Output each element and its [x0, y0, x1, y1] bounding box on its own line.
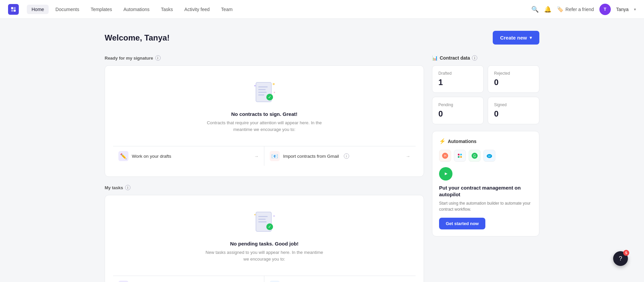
svg-rect-26 — [458, 156, 460, 158]
salesforce-icon: SF — [483, 150, 495, 162]
svg-rect-3 — [14, 9, 16, 11]
nav-home[interactable]: Home — [27, 5, 49, 14]
nav-right: 🔍 🔔 🏷️ Refer a friend T Tanya ▾ — [531, 4, 636, 15]
svg-text:SF: SF — [488, 155, 491, 157]
contract-data-section: 📊 Contract data i Drafted 1 Rejected 0 P… — [432, 55, 539, 124]
bar-chart-icon: 📊 — [432, 55, 438, 61]
user-name[interactable]: Tanya — [616, 7, 629, 12]
left-column: Ready for my signature i — [105, 55, 424, 282]
nav-documents[interactable]: Documents — [51, 5, 84, 14]
signed-label: Signed — [494, 102, 533, 107]
search-button[interactable]: 🔍 — [531, 6, 539, 13]
svg-rect-16 — [258, 219, 266, 220]
tasks-empty-title: No pending tasks. Good job! — [230, 241, 299, 246]
logo[interactable] — [8, 4, 19, 15]
contract-data-title: Contract data — [440, 55, 470, 61]
help-button[interactable]: ? 5 — [613, 251, 628, 266]
svg-rect-5 — [258, 86, 268, 87]
tasks-illustration: ✓ — [251, 209, 278, 235]
notification-badge: 5 — [623, 250, 629, 256]
create-new-label: Create new — [500, 35, 527, 41]
avatar[interactable]: T — [599, 4, 611, 15]
svg-rect-8 — [258, 94, 264, 95]
autopilot-section: Put your contract management on autopilo… — [439, 167, 532, 229]
hubspot-icon: H — [439, 150, 451, 162]
rejected-value: 0 — [494, 78, 533, 87]
rejected-label: Rejected — [494, 71, 533, 76]
signature-info-icon[interactable]: i — [155, 55, 161, 61]
svg-rect-1 — [14, 7, 16, 9]
create-draft-action[interactable]: 📄 Create a new draft → — [113, 276, 264, 282]
other-integration-icon: G — [469, 150, 481, 162]
tasks-label-text: My tasks — [105, 185, 123, 190]
drafted-value: 1 — [438, 78, 477, 87]
review-tasks-icon: 📋 — [270, 281, 280, 282]
import-gmail-action[interactable]: 📧 Import contracts from Gmail i → — [264, 146, 416, 166]
tasks-section: My tasks i ✓ — [105, 185, 424, 282]
pending-label: Pending — [438, 102, 477, 107]
svg-text:G: G — [473, 154, 476, 158]
autopilot-desc: Start using the automation builder to au… — [439, 200, 532, 212]
svg-rect-27 — [460, 156, 462, 158]
create-new-chevron-icon: ▾ — [530, 35, 532, 40]
lightning-icon: ⚡ — [439, 138, 446, 144]
nav-activity[interactable]: Activity feed — [180, 5, 214, 14]
pending-tile[interactable]: Pending 0 — [432, 97, 484, 124]
page-header: Welcome, Tanya! Create new ▾ — [105, 31, 539, 45]
get-started-button[interactable]: Get started now — [439, 218, 485, 229]
signature-illustration: ✓ — [251, 79, 278, 106]
svg-rect-25 — [460, 154, 462, 155]
rejected-tile[interactable]: Rejected 0 — [488, 65, 539, 93]
svg-point-20 — [254, 214, 256, 215]
signed-tile[interactable]: Signed 0 — [488, 97, 539, 124]
signature-empty-title: No contracts to sign. Great! — [231, 111, 298, 117]
work-on-drafts-action[interactable]: ✏️ Work on your drafts → — [113, 146, 264, 166]
notifications-button[interactable]: 🔔 — [544, 6, 551, 13]
contract-data-header: 📊 Contract data i — [432, 55, 539, 61]
create-new-button[interactable]: Create new ▾ — [493, 31, 539, 45]
signature-section: Ready for my signature i — [105, 55, 424, 177]
svg-rect-2 — [11, 9, 13, 11]
signature-empty-subtitle: Contracts that require your attention wi… — [204, 120, 325, 133]
tasks-quick-actions: 📄 Create a new draft → 📋 Review tasks ma… — [113, 276, 416, 282]
right-column: 📊 Contract data i Drafted 1 Rejected 0 P… — [432, 55, 539, 282]
nav-links: Home Documents Templates Automations Tas… — [27, 5, 531, 14]
drafted-tile[interactable]: Drafted 1 — [432, 65, 484, 93]
tasks-info-icon[interactable]: i — [125, 185, 130, 190]
gmail-action-label: Import contracts from Gmail — [283, 154, 339, 159]
gmail-info-icon[interactable]: i — [344, 153, 349, 159]
user-menu-chevron[interactable]: ▾ — [634, 7, 636, 12]
svg-point-13 — [274, 92, 275, 93]
gmail-arrow-icon: → — [406, 154, 411, 159]
svg-point-11 — [254, 85, 256, 86]
welcome-title: Welcome, Tanya! — [105, 33, 170, 43]
contract-data-info-icon[interactable]: i — [472, 55, 477, 61]
signature-quick-actions: ✏️ Work on your drafts → 📧 Import contra… — [113, 146, 416, 166]
gift-icon: 🏷️ — [557, 6, 564, 12]
new-draft-icon: 📄 — [118, 281, 128, 282]
integration-icons: H G — [439, 150, 532, 162]
tasks-empty-state: ✓ No pending tasks. Good job! New tasks … — [113, 206, 416, 269]
drafts-icon: ✏️ — [118, 151, 128, 161]
refer-friend-button[interactable]: 🏷️ Refer a friend — [557, 6, 594, 12]
automations-header: ⚡ Automations — [439, 138, 532, 144]
nav-team[interactable]: Team — [216, 5, 237, 14]
autopilot-title: Put your contract management on autopilo… — [439, 185, 532, 198]
signed-value: 0 — [494, 109, 533, 119]
signature-empty-state: ✓ No contracts to sign. Great! Contracts… — [113, 76, 416, 139]
main-content: Welcome, Tanya! Create new ▾ Ready for m… — [94, 19, 550, 282]
svg-point-12 — [273, 83, 275, 85]
content-grid: Ready for my signature i — [105, 55, 539, 282]
nav-tasks[interactable]: Tasks — [156, 5, 178, 14]
autopilot-logo — [439, 167, 452, 181]
refer-label: Refer a friend — [566, 7, 594, 12]
automations-title: Automations — [448, 139, 477, 144]
tasks-empty-subtitle: New tasks assigned to you will appear he… — [204, 249, 325, 262]
svg-rect-17 — [258, 221, 267, 222]
signature-section-label: Ready for my signature i — [105, 55, 424, 61]
drafts-arrow-icon: → — [254, 154, 259, 159]
contract-data-grid: Drafted 1 Rejected 0 Pending 0 Signed 0 — [432, 65, 539, 124]
nav-templates[interactable]: Templates — [86, 5, 117, 14]
nav-automations[interactable]: Automations — [119, 5, 154, 14]
review-tasks-action[interactable]: 📋 Review tasks marked as done → — [264, 276, 416, 282]
